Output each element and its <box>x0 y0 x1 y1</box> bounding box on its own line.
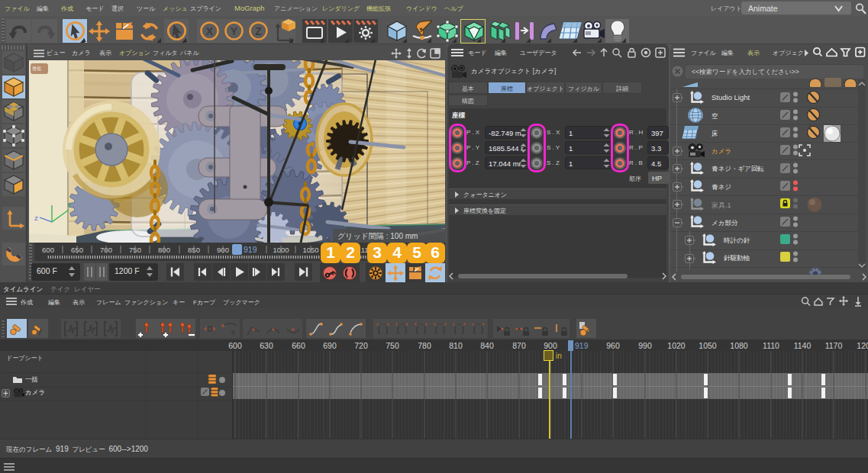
svg-text:630: 630 <box>260 341 273 350</box>
svg-text:660: 660 <box>292 341 305 350</box>
svg-text:f: f <box>39 328 42 336</box>
svg-text:900: 900 <box>544 341 557 350</box>
svg-text:810: 810 <box>449 341 463 350</box>
svg-text:Y: Y <box>231 25 238 37</box>
svg-text:780: 780 <box>418 341 431 350</box>
svg-text:Z: Z <box>255 25 262 37</box>
svg-text:720: 720 <box>354 341 368 350</box>
svg-text:1200: 1200 <box>857 341 868 350</box>
svg-text:1110: 1110 <box>763 341 779 350</box>
svg-text:600: 600 <box>42 246 54 254</box>
svg-text:1080: 1080 <box>730 341 748 350</box>
svg-text:グリッド間隔 : 100 mm: グリッド間隔 : 100 mm <box>337 232 418 240</box>
svg-text:840: 840 <box>480 341 494 350</box>
svg-text:1170: 1170 <box>825 341 843 350</box>
svg-text:0: 0 <box>231 329 235 336</box>
svg-text:Y: Y <box>67 202 72 209</box>
svg-text:1020: 1020 <box>667 341 686 350</box>
svg-text:870: 870 <box>512 341 526 350</box>
svg-text:1050: 1050 <box>699 341 717 350</box>
svg-text:919: 919 <box>575 341 589 350</box>
svg-text:Z: Z <box>34 215 38 222</box>
svg-text:600: 600 <box>228 341 242 350</box>
svg-text:750: 750 <box>386 341 399 350</box>
svg-text:990: 990 <box>638 341 652 350</box>
svg-text:1140: 1140 <box>794 341 812 350</box>
svg-text:690: 690 <box>323 341 337 350</box>
svg-text:960: 960 <box>606 341 620 350</box>
svg-text:X: X <box>206 25 214 37</box>
